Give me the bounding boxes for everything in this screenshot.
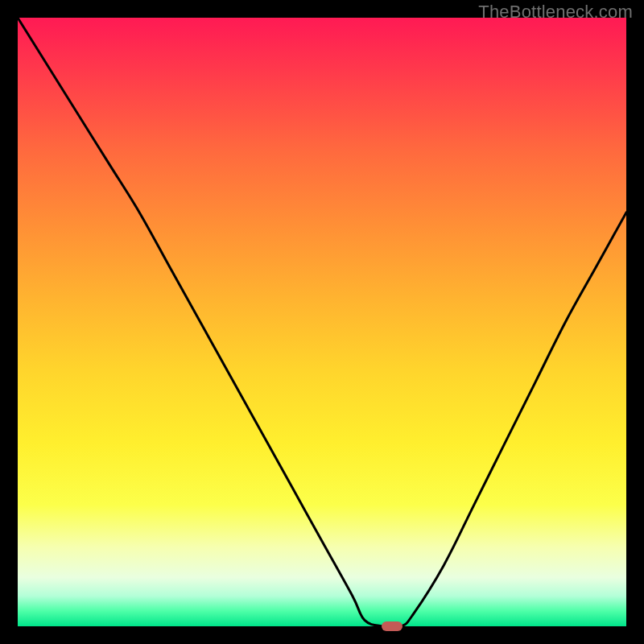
plot-area — [18, 18, 626, 626]
optimum-marker — [382, 621, 402, 631]
curve-svg — [18, 18, 626, 626]
chart-frame: TheBottleneck.com — [0, 0, 644, 644]
bottleneck-curve-path — [18, 18, 626, 628]
